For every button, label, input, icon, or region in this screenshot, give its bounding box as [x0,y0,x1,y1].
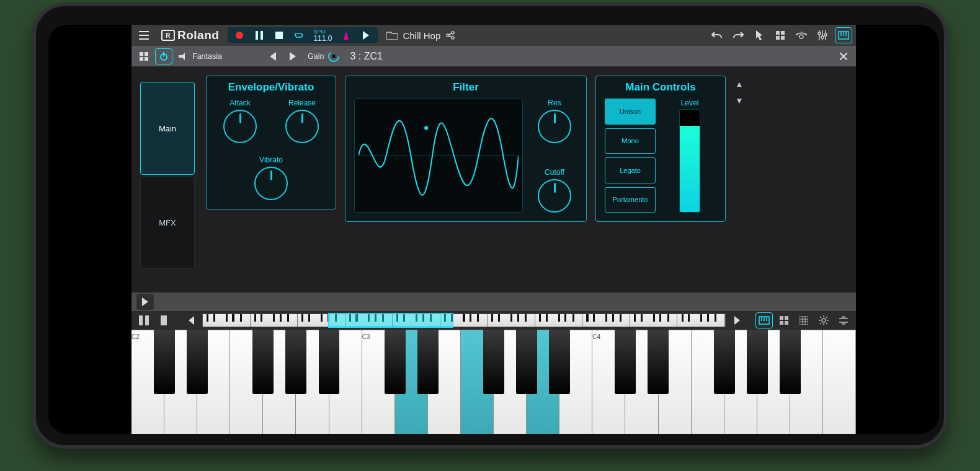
metronome-icon[interactable] [337,27,355,43]
svg-point-22 [332,55,336,58]
black-key[interactable] [154,330,175,394]
black-key[interactable] [417,330,439,394]
black-key[interactable] [385,330,406,394]
resize-icon[interactable] [835,312,852,328]
pad-view-icon[interactable] [775,312,793,328]
pause-button[interactable] [250,27,269,43]
svg-point-6 [452,37,454,39]
svg-rect-29 [780,316,783,320]
black-key[interactable] [252,330,274,394]
piano-keyboard[interactable]: C2C3C4 [131,330,856,434]
instrument-bar: Fantasia Gain 3 : ZC1 [131,46,856,67]
svg-rect-9 [776,36,780,40]
power-button[interactable] [155,48,172,64]
svg-rect-17 [145,52,148,56]
main-controls-title: Main Controls [605,81,716,94]
svg-point-34 [822,319,826,322]
portamento-toggle[interactable]: Portamento [605,187,656,213]
svg-rect-1 [256,31,258,40]
prev-preset-button[interactable] [264,48,282,64]
level-slider[interactable] [679,109,700,213]
next-button[interactable] [357,27,375,43]
keyboard-toolbar [131,311,856,330]
gain-label: Gain [308,52,324,61]
plug-icon [179,53,189,60]
octave-down-button[interactable] [182,312,200,328]
menu-icon[interactable] [135,27,153,43]
black-key[interactable] [615,330,636,394]
redo-button[interactable] [729,27,747,43]
legato-toggle[interactable]: Legato [605,157,656,183]
settings-icon[interactable] [815,312,832,328]
black-key[interactable] [648,330,669,394]
svg-point-12 [818,32,821,35]
svg-point-0 [236,32,243,39]
keyboard-view-icon[interactable] [835,27,852,43]
black-key[interactable] [319,330,340,394]
black-key[interactable] [516,330,537,394]
unison-toggle[interactable]: Unison [605,99,656,125]
loop-button[interactable] [290,27,308,43]
tab-mfx[interactable]: MFX [140,176,195,269]
black-key[interactable] [483,330,504,394]
matrix-view-icon[interactable] [795,312,813,328]
apps-icon[interactable] [135,48,153,64]
svg-rect-32 [785,321,788,325]
svg-rect-31 [780,321,783,325]
mono-toggle[interactable]: Mono [605,128,656,154]
svg-rect-18 [140,57,143,61]
vertical-scrollbar[interactable]: ▲ ▼ [734,76,744,105]
vibrato-label: Vibrato [259,156,283,164]
svg-rect-30 [785,316,788,320]
tab-main[interactable]: Main [140,82,195,175]
piano-view-icon[interactable] [755,312,773,328]
share-icon[interactable] [445,31,455,40]
svg-rect-26 [145,315,149,325]
svg-rect-3 [275,32,283,39]
svg-point-14 [824,33,827,36]
single-icon[interactable] [155,312,172,328]
black-key[interactable] [747,330,768,394]
black-key[interactable] [780,330,801,394]
scroll-down-icon[interactable]: ▼ [736,96,744,105]
split-icon[interactable] [135,312,153,328]
bpm-display[interactable]: BPM111.0 [310,29,336,42]
undo-button[interactable] [708,27,726,43]
black-key[interactable] [714,330,735,394]
resonance-knob[interactable] [538,110,571,143]
preset-name: Fantasia [192,52,222,61]
cutoff-knob[interactable] [538,179,571,213]
grid-icon[interactable] [772,27,789,43]
mixer-icon[interactable] [814,27,831,43]
eye-icon[interactable] [793,27,810,43]
black-key[interactable] [549,330,570,394]
keyboard-range-selector[interactable] [202,314,726,327]
pointer-tool-icon[interactable] [751,27,768,43]
release-knob[interactable] [285,110,319,143]
gain-control[interactable]: Gain [304,50,344,63]
svg-point-5 [447,34,449,37]
vibrato-knob[interactable] [254,167,288,200]
octave-up-button[interactable] [728,312,746,328]
svg-rect-8 [781,31,785,35]
song-selector[interactable]: Chill Hop [386,30,455,41]
next-preset-button[interactable] [284,48,301,64]
expand-button[interactable] [136,294,154,310]
svg-point-4 [452,32,454,34]
patch-name: 3 : ZC1 [350,51,382,62]
black-key[interactable] [187,330,208,394]
attack-knob[interactable] [223,110,257,143]
white-key[interactable] [823,330,856,434]
close-button[interactable] [835,48,852,64]
expand-strip [131,293,856,311]
svg-rect-25 [139,315,143,325]
filter-display[interactable] [354,99,523,213]
black-key[interactable] [285,330,306,394]
resonance-label: Res [548,99,561,107]
preset-selector[interactable]: Fantasia [175,52,262,61]
record-button[interactable] [230,27,249,43]
stop-button[interactable] [270,27,288,43]
brand-logo: RRoland [156,29,224,42]
scroll-up-icon[interactable]: ▲ [736,79,744,89]
synth-editor: Main MFX Envelope/Vibrato Attack Release… [131,67,856,293]
